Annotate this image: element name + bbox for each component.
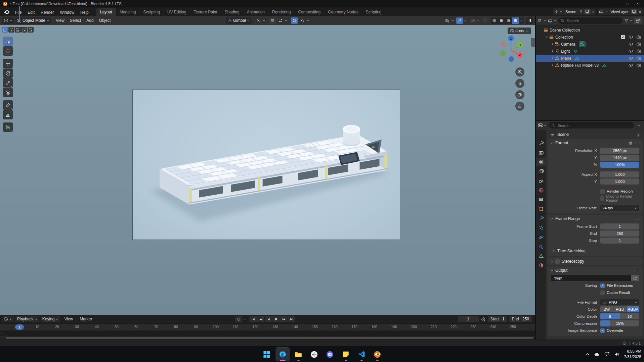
volume-icon[interactable] [614,352,619,357]
playhead[interactable] [19,6,20,21]
viewport-menu-select[interactable]: Select [67,18,84,23]
eye-icon[interactable] [628,56,633,61]
outliner-row-camera[interactable]: Camera [536,41,644,48]
add-workspace-button[interactable]: + [385,8,393,16]
menu-help[interactable]: Help [77,9,92,16]
disclosure-closed-icon[interactable] [550,57,555,60]
properties-tab-output[interactable] [536,158,546,166]
panel-grip[interactable]: :::: [635,217,640,220]
frame-end-field[interactable]: End250 [509,316,532,322]
timeline-scrollbar[interactable] [0,336,535,340]
tool-scale[interactable] [3,78,13,88]
play-button[interactable] [272,316,280,322]
properties-tab-render[interactable] [536,148,546,157]
tool-rotate[interactable] [3,68,13,78]
taskbar-app-blender[interactable] [371,348,384,361]
properties-search-input[interactable] [557,123,631,128]
properties-tab-world[interactable] [536,186,546,195]
disclosure-closed-icon[interactable] [550,64,555,67]
timeline-menu-marker[interactable]: Marker [77,317,95,321]
gizmos-toggle[interactable] [456,17,467,24]
taskbar-app-start[interactable] [260,348,273,361]
panel-header[interactable]: Frame Range:::: [548,215,643,223]
eye-icon[interactable] [628,35,633,40]
scene-selector[interactable]: Scene [553,8,596,15]
prev-frame-button[interactable] [265,316,272,322]
segment-option-rgb[interactable]: RGB [613,306,626,312]
next-keyframe-button[interactable] [280,316,288,322]
presets-icon[interactable] [628,141,633,145]
object-visibility-controls[interactable] [443,17,454,24]
unlink-scene-icon[interactable] [592,10,595,13]
menu-render[interactable]: Render [38,9,57,16]
shading-solid-button[interactable] [498,17,505,24]
viewlayer-selector[interactable]: ViewLayer [598,8,643,15]
jump-to-start-button[interactable] [249,316,257,322]
transform-orientation-selector[interactable]: Gimbal [226,17,252,24]
viewlayer-name[interactable]: ViewLayer [609,10,630,14]
tab-shading[interactable]: Shading [221,8,243,16]
checkbox-render-region[interactable] [600,189,605,194]
xray-toggle[interactable] [482,17,489,24]
new-collection-button[interactable] [634,17,642,24]
properties-search[interactable] [549,122,634,128]
auto-key-toggle[interactable] [235,316,246,322]
camera-photo-icon[interactable] [636,56,641,61]
value-field[interactable]: 2560 px [600,148,639,154]
properties-tab-physics[interactable] [536,233,546,242]
menu-edit[interactable]: Edit [25,9,38,16]
blender-menu-icon[interactable] [3,9,10,15]
properties-tab-modifier[interactable] [536,214,546,223]
close-button[interactable]: × [636,1,639,6]
value-field[interactable]: 1.000 [600,171,639,177]
falloff-curve-icon[interactable] [299,17,306,24]
disclosure-closed-icon[interactable] [550,50,555,53]
new-viewlayer-button[interactable] [631,9,637,14]
proportional-edit-controls[interactable] [291,17,309,24]
prev-keyframe-button[interactable] [257,316,264,322]
segment-option-rgba[interactable]: RGBA [627,306,639,312]
timeline-ruler[interactable]: 1102030405060708090100110120130140150160… [0,323,535,331]
snap-controls[interactable] [269,17,288,24]
outliner-row-plane[interactable]: Plane [536,55,644,62]
select-mode-intersect[interactable] [28,27,34,33]
outliner-filter-display[interactable] [548,19,556,23]
checkbox-overwrite[interactable]: ✓ [600,328,605,333]
panel-grip[interactable]: :::: [635,260,640,263]
taskbar-app-edge[interactable] [276,348,289,361]
overlays-icon[interactable] [469,17,476,24]
taskbar-app-notes[interactable] [339,348,352,361]
tab-texture-paint[interactable]: Texture Paint [190,8,221,16]
segment-option-16[interactable]: 16 [620,313,640,319]
select-mode-new[interactable] [2,27,8,33]
maximize-button[interactable]: □ [627,1,629,6]
taskbar-app-vscode[interactable] [355,348,368,361]
pan-hand-button[interactable] [515,79,524,88]
outliner-row-light[interactable]: Light [536,48,644,55]
tool-cursor[interactable] [3,46,13,56]
value-field[interactable]: 250 [600,230,639,237]
taskbar-app-explorer[interactable] [292,348,305,361]
tool-select-box[interactable] [3,37,13,46]
shading-rendered-button[interactable] [512,17,519,24]
overlays-toggle[interactable] [469,17,480,24]
sidebar-collapse-arrow[interactable]: ‹ [531,38,535,47]
select-mode-invert[interactable] [21,27,27,33]
tab-modeling[interactable]: Modeling [116,8,140,16]
select-mode-extend[interactable] [8,27,14,33]
value-field[interactable]: 1.000 [600,178,639,185]
disclosure-open-icon[interactable] [544,36,549,39]
properties-editor-type[interactable] [538,123,547,127]
viewport-menu-add[interactable]: Add [84,18,96,23]
value-field[interactable]: 1440 px [600,155,639,161]
current-frame-badge[interactable]: 1 [15,324,24,330]
timeline-menu-keying[interactable]: Keying [41,316,60,322]
panel-header[interactable]: Output:::: [548,266,643,274]
panel-header[interactable]: Format:::: [548,139,643,147]
pin-icon[interactable] [636,133,641,137]
segment-option-bw[interactable]: BW [600,306,613,312]
dropdown-file-format[interactable]: PNG [600,299,639,305]
camera-photo-icon[interactable] [636,49,641,54]
onedrive-icon[interactable] [594,352,600,356]
select-mode-subtract[interactable] [15,27,21,33]
